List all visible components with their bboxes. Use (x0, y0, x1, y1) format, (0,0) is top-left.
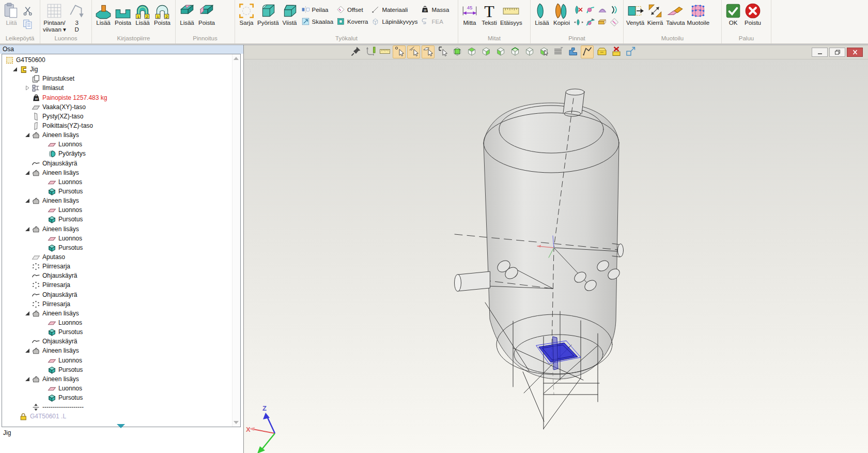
surface-delete-button[interactable] (574, 5, 584, 15)
tree-item[interactable]: Luonnos (2, 384, 232, 393)
surface-erase-button[interactable] (609, 17, 619, 27)
series-button[interactable]: Sarja (237, 2, 256, 27)
tree-item[interactable]: 10Painopiste 1257.483 kg (2, 93, 232, 102)
3d-scene[interactable]: X Z (244, 59, 868, 453)
chamfer-button[interactable]: Viistä (280, 2, 300, 27)
scale-button[interactable]: Skaalaa (301, 17, 334, 26)
tree-item[interactable]: Poikittais(YZ)-taso (2, 121, 232, 130)
cube-top-button[interactable] (465, 46, 478, 58)
tree-item[interactable]: Ohjauskäyrä (2, 271, 232, 280)
expander-icon[interactable] (25, 170, 32, 175)
vessel-shell[interactable] (484, 103, 619, 379)
expander-icon[interactable] (25, 310, 32, 316)
tree-item[interactable]: Luonnos (2, 356, 232, 365)
tree-item[interactable]: Piirresarja (2, 262, 232, 271)
expander-icon[interactable] (25, 348, 32, 354)
edge-list-button[interactable] (552, 46, 565, 58)
swap-window-button[interactable] (624, 46, 637, 58)
surface-add-button[interactable]: Lisää (532, 2, 552, 27)
ruler-button[interactable]: Etäisyys (499, 2, 523, 27)
deform-button[interactable]: Muotoile (686, 2, 710, 27)
bend-button[interactable]: Taivuta (665, 2, 686, 27)
surface-patch-button[interactable] (597, 5, 608, 15)
tree-item[interactable]: Luonnos (2, 234, 232, 243)
sketch-3d-button[interactable]: 3 D (67, 2, 87, 34)
top-nozzle[interactable] (563, 89, 584, 116)
tree-item[interactable]: Pyöräytys (2, 149, 232, 158)
scroll-up-icon[interactable] (234, 57, 239, 60)
delete-box-button[interactable] (610, 46, 623, 58)
minimize-button[interactable] (812, 48, 828, 57)
expander-icon[interactable] (25, 85, 32, 91)
coat-add-button[interactable]: Lisää (177, 2, 197, 27)
restore-button[interactable] (829, 48, 845, 57)
dimension-button[interactable]: 45Mitta (460, 2, 479, 27)
shell-button[interactable]: Koverra (336, 17, 368, 26)
tree-item[interactable]: Pursotus (2, 243, 232, 252)
ok-check-button[interactable]: OK (723, 2, 743, 27)
scroll-down-icon[interactable] (234, 421, 239, 424)
cube-right-button[interactable] (479, 46, 492, 58)
tree-item[interactable]: Ilmiasut (2, 83, 232, 93)
tree-scrollbar[interactable] (232, 54, 240, 427)
lib-add-button[interactable]: Lisää (94, 2, 113, 27)
cube-select-face-button[interactable] (537, 46, 550, 58)
tree-item[interactable]: Aineen lisäys (2, 374, 232, 384)
expander-icon[interactable] (25, 198, 32, 204)
tree-item[interactable]: -------------------- (2, 402, 232, 412)
pick-point-button[interactable] (393, 46, 406, 58)
tree-item[interactable]: Aineen lisäys (2, 196, 232, 205)
panel-splitter-handle[interactable] (117, 424, 125, 428)
cube-face-button[interactable] (451, 46, 463, 58)
cube-back-button[interactable] (508, 46, 521, 58)
offset-button[interactable]: Offset (336, 5, 368, 14)
tree-item[interactable]: Luonnos (2, 205, 232, 215)
blue-steps-button[interactable] (566, 46, 579, 58)
tree-item[interactable]: Aineen lisäys (2, 224, 232, 234)
fillet-round-button[interactable]: Pyöristä (256, 2, 280, 27)
tree-item[interactable]: Aineen lisäys (2, 346, 232, 355)
tree-item[interactable]: Pursotus (2, 215, 232, 224)
mirror-button[interactable]: Peilaa (301, 5, 334, 14)
tree-item[interactable]: Luonnos (2, 140, 232, 149)
cube-iso-button[interactable] (523, 46, 536, 58)
lib-arch-add-button[interactable]: 12Lisää (133, 2, 152, 27)
tree-item[interactable]: Luonnos (2, 318, 232, 327)
tree-item[interactable]: G4T50601 .L (2, 412, 232, 421)
tree-item[interactable]: Ohjauskäyrä (2, 337, 232, 346)
pick-face-button[interactable] (422, 46, 435, 58)
expander-icon[interactable] (25, 376, 32, 382)
tree-item[interactable]: Luonnos (2, 177, 232, 187)
copy-button[interactable] (22, 19, 34, 30)
surface-extend-button[interactable] (597, 17, 608, 27)
tree-item[interactable]: Pursotus (2, 365, 232, 374)
tree-item[interactable]: Pursotus (2, 393, 232, 402)
expander-icon[interactable] (25, 132, 32, 138)
polyline-button[interactable] (581, 46, 594, 58)
tree-item[interactable]: Piirustukset (2, 74, 232, 83)
tree-item[interactable]: Pysty(XZ)-taso (2, 112, 232, 121)
grid-button[interactable]: Pintaan/ viivaan ▾ (42, 2, 67, 34)
tree-item[interactable]: Piirresarja (2, 299, 232, 309)
expander-icon[interactable] (25, 226, 32, 232)
tree-item[interactable]: Ohjauskäyrä (2, 159, 232, 168)
3d-canvas[interactable]: X Z (244, 59, 868, 453)
drag-axes-button[interactable] (364, 46, 377, 58)
tree-item[interactable]: Aineen lisäys (2, 309, 232, 318)
scissors-button[interactable] (22, 5, 34, 16)
surface-copy-button[interactable]: Kopioi (552, 2, 571, 27)
pick-line-button[interactable] (407, 46, 420, 58)
text-button[interactable]: TTeksti (479, 2, 499, 27)
tree-item[interactable]: Ohjauskäyrä (2, 290, 232, 299)
transparency-button[interactable]: Läpinäkyvyys (371, 17, 417, 26)
material-button[interactable]: Materiaali (371, 5, 417, 14)
surface-next-button[interactable] (609, 5, 619, 15)
nozzle-left-stub[interactable] (455, 271, 490, 292)
coat-remove-button[interactable]: Poista (197, 2, 216, 27)
tree-item[interactable]: Piirresarja (2, 280, 232, 290)
measure-ruler-button[interactable] (378, 46, 391, 58)
drawer-button[interactable] (595, 46, 608, 58)
close-button[interactable] (847, 48, 863, 57)
pick-edge-button[interactable] (436, 46, 449, 58)
stretch-button[interactable]: Venytä (625, 2, 645, 27)
